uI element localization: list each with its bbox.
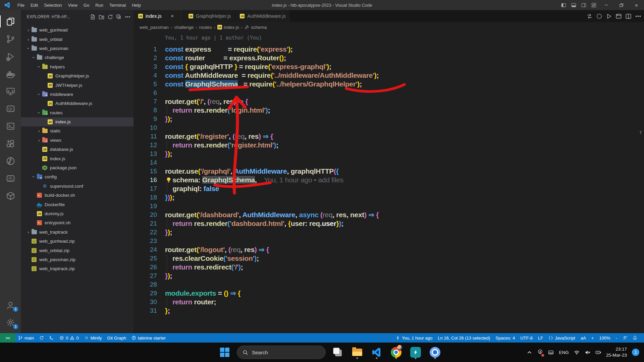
customize-layout-icon[interactable] xyxy=(589,0,599,10)
toggle-sidebar-icon[interactable] xyxy=(558,0,569,10)
taskbar-vscode[interactable] xyxy=(369,345,384,360)
new-folder-icon[interactable] xyxy=(98,14,105,20)
status-zoom-level[interactable]: 100% xyxy=(596,333,613,343)
code-line-6[interactable]: 6 xyxy=(133,88,644,97)
activity-codeql[interactable]: QL xyxy=(0,100,21,117)
compare-changes-icon[interactable] xyxy=(586,13,593,19)
tree-item-AuthMiddleware.js[interactable]: JSAuthMiddleware.js xyxy=(21,99,133,108)
tab-AuthMiddleware.js[interactable]: JSAuthMiddleware.js xyxy=(235,10,290,22)
activity-terminal[interactable] xyxy=(0,117,21,135)
code-line-28[interactable]: 28 xyxy=(133,280,644,289)
code-line-26[interactable]: 26 return res.redirect('/'); xyxy=(133,263,644,272)
tree-item-JWTHelper.js[interactable]: JSJWTHelper.js xyxy=(21,80,133,89)
status-encoding[interactable]: UTF-8 xyxy=(518,333,535,343)
code-editor[interactable]: You, 1 hour ago | 1 author (You) 1const … xyxy=(133,32,644,333)
status-notifications[interactable] xyxy=(630,333,640,343)
activity-explorer[interactable] xyxy=(0,13,21,30)
tree-item-web_gunhead[interactable]: ›web_gunhead xyxy=(21,25,133,35)
tree-item-GraphqlHelper.js[interactable]: JSGraphqlHelper.js xyxy=(21,71,133,80)
tab-index.js[interactable]: JSindex.js× xyxy=(133,10,184,22)
activity-extensions[interactable] xyxy=(0,135,21,152)
breadcrumb-schema[interactable]: schema xyxy=(245,25,267,30)
collapse-folders-icon[interactable] xyxy=(116,14,122,20)
code-line-15[interactable]: 15router.use('/graphql', AuthMiddleware,… xyxy=(133,167,644,176)
activity-codeql-agent[interactable]: QLAgent xyxy=(0,170,21,187)
split-editor-icon[interactable] xyxy=(625,13,632,19)
code-line-22[interactable]: 22}); xyxy=(133,228,644,237)
clock[interactable]: 23:1725-Mar-23 xyxy=(606,346,627,358)
status-sync-changes[interactable] xyxy=(37,333,47,343)
restore-button[interactable] xyxy=(614,0,629,10)
status-zoom-in[interactable]: + xyxy=(589,333,597,343)
status-tabnine[interactable]: tabnine starter xyxy=(129,333,168,343)
status-git-graph[interactable]: Git Graph xyxy=(105,333,129,343)
activity-gitlens[interactable] xyxy=(0,152,21,170)
code-line-8[interactable]: 8 return res.render('login.html'); xyxy=(133,106,644,115)
tree-item-routes[interactable]: ›▸routes xyxy=(21,108,133,117)
code-line-12[interactable]: 12 return res.render('register.html'); xyxy=(133,141,644,149)
tree-item-supervisord.conf[interactable]: ⚙supervisord.conf xyxy=(21,182,133,191)
tree-item-helpers[interactable]: ›✎helpers xyxy=(21,62,133,71)
gitlens-annotations-icon[interactable] xyxy=(596,13,602,19)
tree-item-dummy.js[interactable]: JSdummy.js xyxy=(21,209,133,218)
menu-go[interactable]: Go xyxy=(80,0,92,10)
code-line-10[interactable]: 10 xyxy=(133,123,644,132)
tree-item-static[interactable]: ›≡static xyxy=(21,126,133,135)
tree-item-challenge[interactable]: ›challenge xyxy=(21,53,133,62)
wifi-icon[interactable] xyxy=(574,350,580,355)
taskbar-file-explorer[interactable] xyxy=(350,345,365,360)
tree-item-web_orbital.zip[interactable]: ⁝web_orbital.zip xyxy=(21,246,133,255)
status-language-mode[interactable]: JavaScript xyxy=(546,333,578,343)
menu-help[interactable]: Help xyxy=(129,0,144,10)
menu-view[interactable]: View xyxy=(65,0,80,10)
menu-run[interactable]: Run xyxy=(92,0,106,10)
status-git-branch[interactable]: main xyxy=(15,333,37,343)
breadcrumb-index.js[interactable]: JSindex.js xyxy=(217,25,239,30)
tree-item-web_traptrack.zip[interactable]: ⁝web_traptrack.zip xyxy=(21,264,133,273)
code-line-17[interactable]: 17 graphiql: false xyxy=(133,184,644,193)
code-line-4[interactable]: 4const AuthMiddleware = require('../midd… xyxy=(133,71,644,80)
activity-source-control[interactable] xyxy=(0,30,21,48)
activity-settings[interactable]: 1 xyxy=(0,314,21,331)
minimize-button[interactable] xyxy=(599,0,614,10)
status-accounts-status[interactable] xyxy=(620,333,630,343)
toggle-panel-icon[interactable] xyxy=(569,0,579,10)
menu-file[interactable]: File xyxy=(14,0,28,10)
tree-item-web_orbital[interactable]: ›web_orbital xyxy=(21,35,133,44)
menu-terminal[interactable]: Terminal xyxy=(106,0,129,10)
code-line-14[interactable]: 14 xyxy=(133,158,644,167)
tree-item-web_gunhead.zip[interactable]: ⁝web_gunhead.zip xyxy=(21,237,133,246)
tree-item-config[interactable]: ›⚙config xyxy=(21,172,133,181)
breadcrumb-challenge[interactable]: challenge xyxy=(174,25,194,30)
tree-item-index.js[interactable]: JSindex.js xyxy=(21,154,133,163)
code-line-2[interactable]: 2const router = express.Router(); xyxy=(133,54,644,62)
code-line-9[interactable]: 9}); xyxy=(133,115,644,123)
status-blame-status[interactable]: You, 1 hour ago xyxy=(393,333,435,343)
tree-item-index.js[interactable]: JSindex.js xyxy=(21,117,133,126)
tab-GraphqlHelper.js[interactable]: JSGraphqlHelper.js xyxy=(184,10,235,22)
taskbar-power-app[interactable] xyxy=(408,345,423,360)
code-line-31[interactable]: 31}; xyxy=(133,306,644,315)
activity-remote-explorer[interactable] xyxy=(0,82,21,100)
code-line-13[interactable]: 13}); xyxy=(133,149,644,158)
close-button[interactable]: × xyxy=(629,0,644,10)
code-line-30[interactable]: 30 return router; xyxy=(133,298,644,306)
activity-containers[interactable] xyxy=(0,187,21,204)
tree-item-web_passman[interactable]: ›web_passman xyxy=(21,44,133,53)
activity-accounts[interactable]: 1 xyxy=(0,296,21,314)
status-problems[interactable]: 00 xyxy=(57,333,81,343)
code-line-16[interactable]: 16 schema: GraphqlSchema, You, 1 hour ag… xyxy=(133,176,644,184)
menu-selection[interactable]: Selection xyxy=(41,0,65,10)
tree-item-web_passman.zip[interactable]: ⁝web_passman.zip xyxy=(21,255,133,264)
code-line-20[interactable]: 20router.get('/dashboard', AuthMiddlewar… xyxy=(133,210,644,219)
status-zoom-out[interactable]: - xyxy=(613,333,620,343)
activity-run-debug[interactable] xyxy=(0,48,21,65)
code-line-23[interactable]: 23 xyxy=(133,237,644,245)
tree-item-entrypoint.sh[interactable]: >_entrypoint.sh xyxy=(21,218,133,227)
status-indentation[interactable]: Spaces: 4 xyxy=(493,333,518,343)
activity-docker[interactable] xyxy=(0,65,21,82)
new-file-icon[interactable] xyxy=(90,14,96,20)
code-line-25[interactable]: 25 res.clearCookie('session'); xyxy=(133,254,644,263)
close-tab-icon[interactable]: × xyxy=(169,13,175,19)
touchpad-icon[interactable] xyxy=(548,350,554,355)
